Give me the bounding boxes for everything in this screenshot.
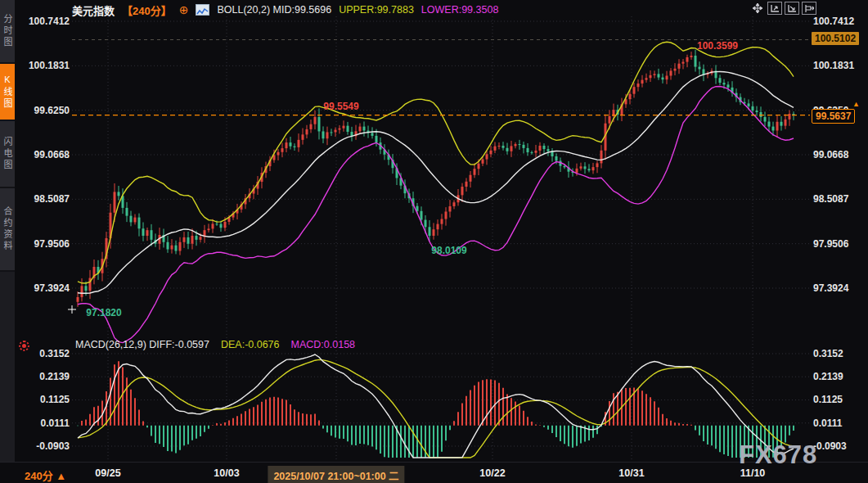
crosshair-date-box: 2025/10/07 21:00~01:00 二 — [268, 466, 404, 483]
overlay-add-icon[interactable]: ⊕ — [179, 4, 189, 16]
date-label: 10/22 — [479, 467, 505, 479]
macd-title: MACD(26,12,9) DIFF:-0.0597 — [75, 339, 209, 350]
chart-style-icon[interactable] — [196, 4, 209, 16]
price-tick-label: 100.1831 — [24, 60, 70, 71]
price-tick-label: 0.2139 — [813, 371, 859, 382]
sidebar-tab-3[interactable]: 闪电图 — [0, 121, 15, 188]
price-tick-label: 98.5087 — [24, 193, 70, 205]
macd-dea-label: DEA:-0.0676 — [221, 339, 280, 350]
price-tick-label: 98.5087 — [813, 193, 859, 205]
y-axis-scale-icon[interactable] — [767, 2, 782, 15]
last-price-badge: 99.5637 — [812, 109, 855, 124]
price-extreme-label: 97.1820 — [86, 307, 121, 318]
symbol-title: 美元指数 — [72, 2, 115, 18]
price-extreme-label: 98.0109 — [431, 245, 466, 256]
chart-app: 分时图K线图闪电图合约资料 美元指数 【240分】 ⊕ BOLL(20,2) M… — [0, 0, 868, 483]
price-tick-label: -0.0903 — [24, 440, 70, 452]
chart-canvas[interactable] — [0, 0, 868, 483]
price-tick-label: 100.7412 — [24, 16, 70, 27]
sidebar: 分时图K线图闪电图合约资料 — [0, 0, 15, 462]
price-tick-label: 0.0111 — [813, 418, 859, 429]
price-tick-label: 0.3152 — [24, 348, 70, 359]
price-tick-label: 97.9506 — [813, 238, 859, 250]
watermark: FX678 — [739, 440, 817, 470]
date-label: 10/03 — [214, 467, 239, 479]
sidebar-tab-4[interactable]: 合约资料 — [0, 188, 15, 272]
chart-header: 美元指数 【240分】 ⊕ BOLL(20,2) MID:99.5696 UPP… — [72, 2, 498, 17]
boll-upper-label: UPPER:99.7883 — [339, 4, 414, 16]
date-label: 10/31 — [618, 467, 644, 479]
price-tick-label: 0.1125 — [24, 394, 70, 405]
period-tag: 【240分】 — [122, 2, 172, 18]
price-tick-label: 97.9506 — [24, 238, 70, 250]
time-axis: 240分 ▲ 2025/10/07 21:00~01:00 二 09/2510/… — [0, 462, 868, 483]
ref-price-badge: 100.5102 — [812, 32, 859, 45]
sidebar-tab-1[interactable]: 分时图 — [0, 0, 15, 64]
boll-label: BOLL(20,2) MID:99.5696 — [217, 4, 331, 16]
period-selector[interactable]: 240分 ▲ — [25, 467, 66, 483]
pan-icon[interactable] — [750, 2, 765, 15]
price-tick-label: 97.3924 — [813, 282, 859, 294]
price-tick-label: 0.0111 — [24, 418, 70, 429]
price-tick-label: 100.7412 — [813, 16, 859, 27]
sidebar-tab-2[interactable]: K线图 — [0, 64, 15, 121]
price-tick-label: 0.1125 — [813, 394, 859, 405]
macd-settings-icon[interactable] — [19, 341, 29, 351]
price-tick-label: 99.0668 — [813, 149, 859, 160]
price-tick-label: 99.0668 — [24, 149, 70, 160]
price-tick-label: 99.6250 — [24, 105, 70, 116]
price-tick-label: 100.1831 — [813, 60, 859, 71]
price-tick-label: 0.3152 — [813, 348, 859, 359]
price-extreme-label: 99.5549 — [323, 101, 358, 112]
macd-header: MACD(26,12,9) DIFF:-0.0597 DEA:-0.0676 M… — [75, 339, 355, 350]
reset-view-icon[interactable] — [802, 2, 816, 15]
toolbar — [750, 2, 816, 15]
price-extreme-label: 100.3599 — [697, 40, 738, 52]
price-up-arrow-icon: ▲ — [852, 100, 860, 108]
price-tick-label: 97.3924 — [24, 282, 70, 294]
price-tick-label: -0.0903 — [813, 440, 859, 452]
boll-lower-label: LOWER:99.3508 — [421, 4, 499, 16]
price-tick-label: 0.2139 — [24, 371, 70, 382]
date-label: 09/25 — [95, 467, 120, 479]
macd-value-label: MACD:0.0158 — [291, 339, 356, 350]
x-axis-scale-icon[interactable] — [785, 2, 799, 15]
